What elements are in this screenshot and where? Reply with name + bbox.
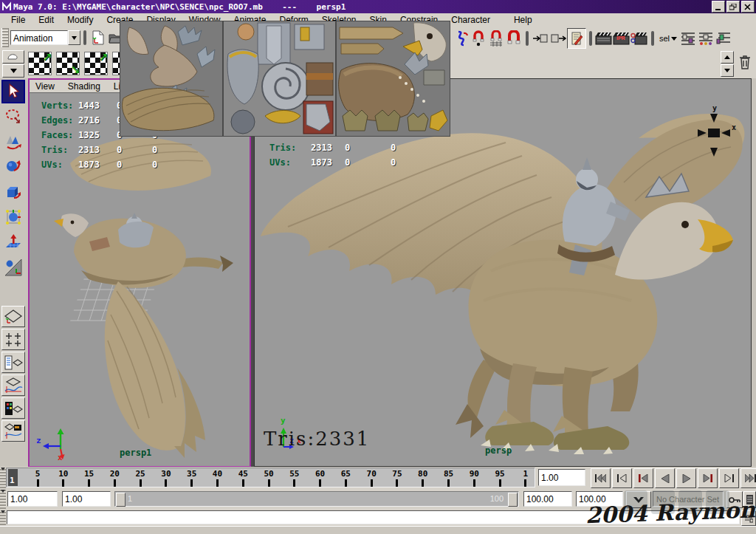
play-forwards-button[interactable]: [676, 468, 696, 488]
minimize-button[interactable]: [712, 1, 725, 13]
character-set-menu-button[interactable]: [626, 491, 651, 508]
timeline-tick[interactable]: 45: [236, 469, 250, 487]
texture-window-armor[interactable]: [223, 21, 336, 137]
lasso-select-tool[interactable]: [1, 105, 25, 129]
ipr-render-icon[interactable]: IPR: [613, 29, 630, 48]
channel-box-icon[interactable]: [715, 29, 732, 48]
snap-to-curves-icon[interactable]: [452, 29, 470, 48]
range-slider-track[interactable]: 1 100: [114, 491, 519, 507]
viewport-left-canvas[interactable]: Verts:144300 Edges:271600 Faces:132500 T…: [30, 93, 250, 466]
step-forward-frame-button[interactable]: [698, 468, 718, 488]
show-manipulator-tool[interactable]: [1, 256, 25, 279]
attribute-editor-icon[interactable]: [679, 29, 697, 48]
panel-menu-view[interactable]: View: [35, 81, 55, 92]
current-frame-marker[interactable]: 1: [8, 469, 18, 486]
timeline-tick[interactable]: 85: [442, 469, 456, 487]
tool-settings-icon[interactable]: [697, 29, 715, 48]
timeline-tick[interactable]: 35: [185, 469, 199, 487]
render-globals-icon[interactable]: [630, 29, 648, 48]
step-back-key-button[interactable]: [612, 468, 632, 488]
input-connections-icon[interactable]: [532, 29, 549, 48]
animation-end-field[interactable]: [576, 491, 623, 507]
step-back-frame-button[interactable]: [633, 468, 653, 488]
layout-single-pane[interactable]: [1, 306, 25, 327]
time-slider-grip[interactable]: [0, 468, 6, 488]
timeline-tick[interactable]: 75: [391, 469, 404, 487]
play-backwards-button[interactable]: [655, 468, 675, 488]
character-set-indicator[interactable]: No Character Set: [653, 491, 724, 507]
layout-four-pane[interactable]: [1, 329, 25, 350]
joint-node-icon[interactable]: y x: [695, 103, 736, 160]
step-forward-key-button[interactable]: [719, 468, 739, 488]
timeline-tick[interactable]: 90: [467, 469, 481, 487]
shelf-scroll-down-icon[interactable]: [721, 64, 734, 77]
playback-end-field[interactable]: [523, 491, 572, 507]
go-to-start-button[interactable]: [591, 468, 611, 488]
move-tool[interactable]: [1, 155, 25, 179]
time-slider[interactable]: 1 5 10 15 20 25 30 35 40 45 50 55 60 65 …: [6, 468, 535, 487]
layout-hypershade-persp[interactable]: [1, 397, 25, 419]
restore-button[interactable]: [726, 1, 740, 13]
auto-keyframe-key-icon[interactable]: [726, 491, 743, 508]
timeline-tick[interactable]: 5: [31, 469, 44, 487]
range-start-handle[interactable]: [116, 493, 126, 507]
menu-set-value[interactable]: Animation: [10, 30, 68, 45]
select-tool[interactable]: [1, 80, 25, 103]
timeline-tick[interactable]: 80: [416, 469, 430, 487]
status-line-grip[interactable]: [1, 28, 9, 47]
timeline-tick[interactable]: 55: [288, 469, 301, 487]
timeline-tick[interactable]: 60: [314, 469, 327, 487]
layout-persp-graph[interactable]: [1, 374, 25, 396]
soft-modification-tool[interactable]: [1, 230, 25, 254]
timeline-tick[interactable]: 65: [339, 469, 352, 487]
scale-tool[interactable]: [1, 180, 25, 204]
timeline-tick[interactable]: 50: [262, 469, 275, 487]
layout-persp-hypergraph[interactable]: [1, 420, 25, 442]
animation-start-field[interactable]: [7, 491, 58, 507]
title-bar[interactable]: Maya 7.0: E:\MYGAME\character\NPC\SENCE\…: [0, 0, 756, 13]
playback-start-field[interactable]: [62, 491, 111, 507]
make-live-icon[interactable]: [505, 29, 523, 48]
command-line-grip[interactable]: [0, 510, 6, 525]
render-current-frame-icon[interactable]: [595, 29, 613, 48]
paint-selection-tool[interactable]: [1, 130, 25, 154]
snap-to-view-planes-icon[interactable]: [487, 29, 505, 48]
timeline-tick[interactable]: 25: [134, 469, 147, 487]
menu-set-selector[interactable]: Animation: [10, 30, 80, 45]
timeline-tick[interactable]: 10: [57, 469, 70, 487]
texture-window-feathers[interactable]: [120, 21, 223, 137]
command-line-input[interactable]: [7, 510, 740, 524]
menu-modify[interactable]: Modify: [61, 14, 100, 26]
menu-set-arrow-icon[interactable]: [68, 30, 80, 45]
script-editor-button[interactable]: [741, 510, 756, 526]
timeline-tick[interactable]: 70: [365, 469, 378, 487]
menu-edit[interactable]: Edit: [32, 14, 61, 26]
timeline-tick[interactable]: 1: [519, 469, 532, 487]
menu-file[interactable]: File: [4, 14, 32, 26]
animation-preferences-icon[interactable]: [743, 491, 756, 508]
panel-menu-shading[interactable]: Shading: [68, 81, 100, 92]
timeline-tick[interactable]: 20: [108, 469, 121, 487]
output-connections-icon[interactable]: [549, 29, 567, 48]
shelf-menu-arrow-icon[interactable]: [2, 64, 24, 78]
shelf-tab-menu-icon[interactable]: [2, 50, 24, 64]
shelf-item-flag-3[interactable]: ➚: [84, 52, 108, 75]
current-time-field[interactable]: [538, 469, 585, 486]
range-slider-grip[interactable]: [0, 490, 6, 509]
construction-history-icon[interactable]: [567, 28, 586, 49]
shelf-item-flag-1[interactable]: ➚: [28, 52, 52, 75]
trash-icon[interactable]: [738, 54, 752, 73]
timeline-tick[interactable]: 15: [83, 469, 96, 487]
close-button[interactable]: [741, 1, 755, 13]
go-to-end-button[interactable]: [740, 468, 756, 488]
snap-to-points-icon[interactable]: [470, 29, 487, 48]
texture-window-body[interactable]: [336, 21, 450, 137]
layout-outliner-persp[interactable]: [1, 352, 25, 373]
menu-character[interactable]: Character: [444, 14, 497, 26]
menu-help[interactable]: Help: [507, 14, 539, 26]
universal-manipulator-tool[interactable]: [1, 205, 25, 229]
timeline-tick[interactable]: 30: [159, 469, 173, 487]
new-scene-icon[interactable]: [89, 28, 107, 47]
shelf-item-flag-2[interactable]: ➚: [56, 52, 80, 75]
range-end-handle[interactable]: [508, 493, 518, 507]
